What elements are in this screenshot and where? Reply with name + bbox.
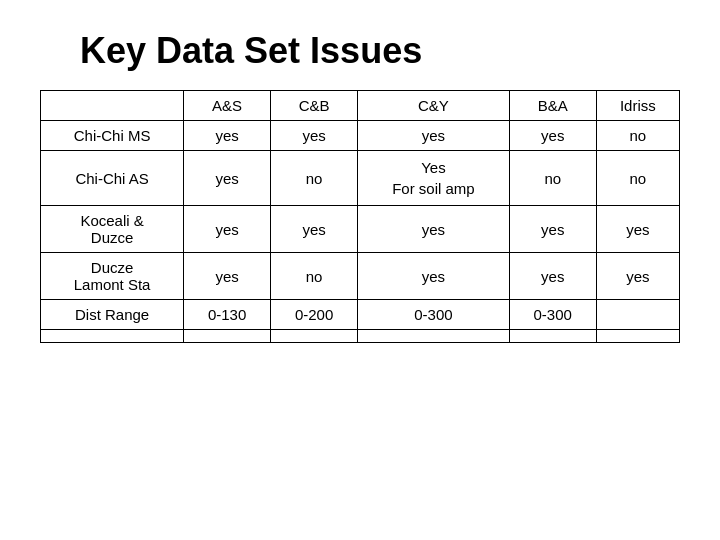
cell-r2-c3: yes (509, 206, 596, 253)
cell-r2-c4: yes (596, 206, 679, 253)
table-row (41, 330, 680, 343)
col-header-empty (41, 91, 184, 121)
cell-r2-c1: yes (271, 206, 358, 253)
cell-r3-c1: no (271, 253, 358, 300)
col-header-cy: C&Y (358, 91, 510, 121)
row-label-1: Chi-Chi AS (41, 151, 184, 206)
cell-r3-c0: yes (184, 253, 271, 300)
cell-r5-c4 (596, 330, 679, 343)
cell-r3-c4: yes (596, 253, 679, 300)
cell-r2-c2: yes (358, 206, 510, 253)
cell-r1-c2: YesFor soil amp (358, 151, 510, 206)
cell-r0-c2: yes (358, 121, 510, 151)
cell-r5-c0 (184, 330, 271, 343)
cell-r3-c3: yes (509, 253, 596, 300)
table-row: DuczeLamont Stayesnoyesyesyes (41, 253, 680, 300)
cell-r5-c2 (358, 330, 510, 343)
cell-r3-c2: yes (358, 253, 510, 300)
page-title: Key Data Set Issues (80, 30, 422, 72)
row-label-5 (41, 330, 184, 343)
cell-r4-c3: 0-300 (509, 300, 596, 330)
cell-r1-c3: no (509, 151, 596, 206)
cell-r0-c0: yes (184, 121, 271, 151)
row-label-2: Koceali &Duzce (41, 206, 184, 253)
cell-r2-c0: yes (184, 206, 271, 253)
table-row: Koceali &Duzceyesyesyesyesyes (41, 206, 680, 253)
row-label-4: Dist Range (41, 300, 184, 330)
row-label-3: DuczeLamont Sta (41, 253, 184, 300)
cell-r0-c4: no (596, 121, 679, 151)
col-header-as: A&S (184, 91, 271, 121)
col-header-idriss: Idriss (596, 91, 679, 121)
cell-r1-c4: no (596, 151, 679, 206)
cell-r1-c0: yes (184, 151, 271, 206)
cell-r4-c2: 0-300 (358, 300, 510, 330)
cell-r4-c1: 0-200 (271, 300, 358, 330)
cell-r4-c4 (596, 300, 679, 330)
table-row: Chi-Chi MSyesyesyesyesno (41, 121, 680, 151)
col-header-ba: B&A (509, 91, 596, 121)
table-row: Chi-Chi ASyesnoYesFor soil ampnono (41, 151, 680, 206)
data-table: A&S C&B C&Y B&A Idriss Chi-Chi MSyesyesy… (40, 90, 680, 343)
cell-r0-c3: yes (509, 121, 596, 151)
col-header-cb: C&B (271, 91, 358, 121)
cell-r5-c3 (509, 330, 596, 343)
cell-r4-c0: 0-130 (184, 300, 271, 330)
cell-r5-c1 (271, 330, 358, 343)
cell-r0-c1: yes (271, 121, 358, 151)
cell-r1-c1: no (271, 151, 358, 206)
row-label-0: Chi-Chi MS (41, 121, 184, 151)
table-row: Dist Range0-1300-2000-3000-300 (41, 300, 680, 330)
